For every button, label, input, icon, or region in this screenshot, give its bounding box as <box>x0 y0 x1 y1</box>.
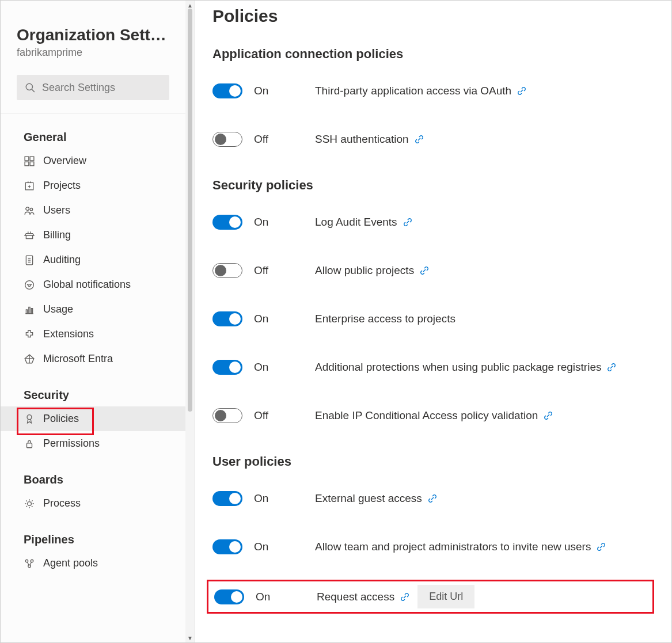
policy-label: Request accessEdit Url <box>317 585 474 608</box>
sidebar-item-agent-pools[interactable]: Agent pools <box>1 551 185 576</box>
policy-row: OnAdditional protections when using publ… <box>212 352 654 383</box>
policy-label: External guest access <box>315 492 437 505</box>
policy-toggle[interactable] <box>212 263 242 278</box>
scrollbar-thumb[interactable] <box>188 9 192 412</box>
policy-toggle[interactable] <box>212 491 242 506</box>
sidebar-item-billing[interactable]: Billing <box>1 223 185 248</box>
policy-toggle[interactable] <box>212 539 242 554</box>
sidebar-subtitle: fabrikamprime <box>17 47 169 59</box>
policy-label-text: Log Audit Events <box>315 216 397 229</box>
policy-toggle[interactable] <box>212 215 242 230</box>
sidebar: ▲ ▼ Organization Settin… fabrikamprime G… <box>1 1 195 642</box>
link-icon[interactable] <box>420 266 429 275</box>
policy-label-text: Allow team and project administrators to… <box>315 541 591 553</box>
sidebar-item-label: Usage <box>43 303 73 315</box>
sidebar-item-label: Overview <box>43 155 86 167</box>
policy-row: OffSSH authentication <box>212 124 654 155</box>
toggle-state-label: On <box>254 85 280 97</box>
policy-label: Additional protections when using public… <box>315 361 616 374</box>
sidebar-item-label: Policies <box>43 413 79 425</box>
policy-label-text: SSH authentication <box>315 133 409 146</box>
svg-rect-25 <box>27 443 32 447</box>
policy-toggle[interactable] <box>212 132 242 147</box>
edit-url-button[interactable]: Edit Url <box>417 585 474 608</box>
policy-toggle[interactable] <box>212 360 242 375</box>
svg-point-0 <box>26 83 32 90</box>
svg-point-12 <box>30 208 33 211</box>
sidebar-item-label: Projects <box>43 180 81 192</box>
policy-row: OffEnable IP Conditional Access policy v… <box>212 400 654 431</box>
users-icon <box>24 205 35 216</box>
billing-icon <box>24 230 35 241</box>
sidebar-item-auditing[interactable]: Auditing <box>1 248 185 272</box>
scrollbar-track[interactable]: ▲ ▼ <box>185 1 195 642</box>
sidebar-item-global-notifications[interactable]: Global notifications <box>1 272 185 297</box>
sidebar-item-overview[interactable]: Overview <box>1 149 185 173</box>
policy-label-text: Enable IP Conditional Access policy vali… <box>315 409 538 422</box>
policy-label: Allow team and project administrators to… <box>315 541 606 553</box>
permissions-icon <box>24 438 35 450</box>
link-icon[interactable] <box>607 363 616 372</box>
sidebar-item-policies[interactable]: Policies <box>1 406 185 431</box>
notifications-icon <box>24 279 35 291</box>
policy-row: OnRequest accessEdit Url <box>207 580 654 614</box>
toggle-state-label: Off <box>254 264 280 277</box>
policy-row: OnAllow team and project administrators … <box>212 531 654 562</box>
policy-toggle[interactable] <box>212 83 242 98</box>
link-icon[interactable] <box>400 592 409 602</box>
policy-toggle[interactable] <box>214 589 244 604</box>
policy-label: Log Audit Events <box>315 216 412 229</box>
sidebar-item-label: Global notifications <box>43 279 131 291</box>
link-icon[interactable] <box>415 135 424 144</box>
toggle-state-label: On <box>254 361 280 374</box>
policy-label: Enable IP Conditional Access policy vali… <box>315 409 553 422</box>
svg-rect-4 <box>25 162 29 166</box>
page-title: Policies <box>212 6 654 26</box>
link-icon[interactable] <box>597 542 606 551</box>
policy-toggle[interactable] <box>212 408 242 423</box>
search-input[interactable] <box>41 81 161 94</box>
svg-point-19 <box>25 280 34 289</box>
sidebar-item-label: Users <box>43 204 70 216</box>
policy-toggle[interactable] <box>212 311 242 326</box>
policy-label-text: Allow public projects <box>315 264 414 277</box>
toggle-state-label: On <box>254 313 280 325</box>
sidebar-item-extensions[interactable]: Extensions <box>1 322 185 347</box>
policies-icon <box>24 413 35 425</box>
svg-rect-21 <box>26 310 27 314</box>
sidebar-item-label: Billing <box>43 229 71 241</box>
sidebar-item-label: Microsoft Entra <box>43 353 113 365</box>
sidebar-item-microsoft-entra[interactable]: Microsoft Entra <box>1 347 185 371</box>
sidebar-item-permissions[interactable]: Permissions <box>1 431 185 456</box>
policy-group-title: User policies <box>212 454 654 469</box>
search-settings[interactable] <box>17 75 169 100</box>
policy-label-text: External guest access <box>315 492 422 505</box>
svg-rect-5 <box>30 162 34 166</box>
sidebar-section-header: Boards <box>1 456 185 491</box>
policy-label: SSH authentication <box>315 133 424 146</box>
svg-point-24 <box>27 414 32 419</box>
sidebar-item-process[interactable]: Process <box>1 491 185 516</box>
overview-icon <box>24 155 35 167</box>
link-icon[interactable] <box>403 218 412 227</box>
link-icon[interactable] <box>517 86 526 96</box>
policy-label: Enterprise access to projects <box>315 313 455 325</box>
sidebar-item-projects[interactable]: Projects <box>1 173 185 198</box>
toggle-state-label: On <box>256 591 282 603</box>
toggle-state-label: On <box>254 216 280 229</box>
policy-row: OnEnterprise access to projects <box>212 303 654 334</box>
policy-label: Third-party application access via OAuth <box>315 85 526 97</box>
sidebar-item-usage[interactable]: Usage <box>1 297 185 322</box>
svg-point-26 <box>28 501 32 505</box>
svg-point-11 <box>26 207 29 210</box>
link-icon[interactable] <box>544 411 553 420</box>
sidebar-title: Organization Settin… <box>17 26 169 44</box>
policy-label-text: Additional protections when using public… <box>315 361 601 374</box>
sidebar-section-header: Security <box>1 371 185 406</box>
link-icon[interactable] <box>428 494 437 503</box>
sidebar-item-users[interactable]: Users <box>1 198 185 223</box>
policy-label-text: Third-party application access via OAuth <box>315 85 511 97</box>
scroll-down-icon[interactable]: ▼ <box>185 633 195 642</box>
usage-icon <box>24 304 35 315</box>
svg-point-29 <box>28 565 31 568</box>
